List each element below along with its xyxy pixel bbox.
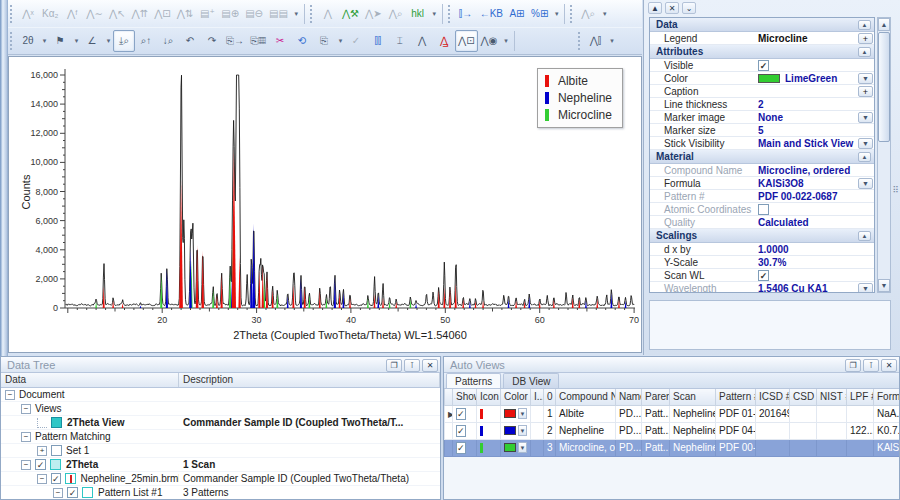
confirm-button[interactable]: ✓ [345, 30, 367, 52]
profile-dropdown[interactable]: ▾ [600, 10, 609, 18]
property-grid-scrollbar[interactable]: ▲ ▼ [877, 17, 891, 293]
axis-scale-dropdown[interactable]: ▾ [104, 37, 113, 45]
panel-menu-button[interactable]: ⌄ [682, 2, 696, 14]
toolbar-grip[interactable] [578, 32, 583, 50]
stick-box-button[interactable]: ⋀⊡ [455, 30, 478, 52]
column-header-row-selector[interactable] [445, 389, 453, 405]
intensity-bars-button[interactable]: ⫿⫿ [367, 30, 389, 52]
search-peaks-button[interactable]: ⋀ [317, 3, 339, 25]
two-theta-dropdown[interactable]: ▾ [40, 37, 49, 45]
color-swatch[interactable] [504, 409, 516, 418]
background-curve-button[interactable]: ⋀⇈ [129, 3, 152, 25]
chart-view-panel[interactable]: 02,0004,0006,0008,00010,00012,00014,0001… [8, 56, 642, 353]
collapse-section-icon[interactable]: ▲ [858, 231, 871, 241]
peak-fill-button[interactable]: ⋀ [411, 30, 433, 52]
merge-displays-button[interactable]: ▤▤ [266, 3, 291, 25]
peak-zoom-button[interactable]: ⋀⌕ [385, 3, 407, 25]
tab-patterns[interactable]: Patterns [446, 373, 501, 388]
color-dropdown-icon[interactable]: ▼ [518, 425, 527, 436]
data-tree-maximize-button[interactable]: ❐ [386, 359, 402, 372]
toolbar-grip[interactable] [310, 5, 315, 23]
property-value[interactable]: KAlSi3O8 [758, 178, 858, 189]
column-header-compound-name[interactable]: Compound Name [556, 389, 616, 405]
color-dropdown-icon[interactable]: ▼ [518, 442, 527, 453]
dropdown-icon[interactable]: ▼ [858, 112, 873, 123]
data-tree-close-button[interactable]: ✕ [422, 359, 438, 372]
show-checkbox[interactable]: ✓ [456, 425, 466, 437]
shift-pattern-button[interactable]: ⫿→ [455, 3, 477, 25]
property-value[interactable]: ✓ [758, 60, 874, 71]
column-header-description[interactable]: Description [179, 373, 440, 387]
section-header-data[interactable]: Data▲ [650, 18, 874, 32]
pattern-tools-dropdown[interactable]: ▾ [552, 10, 561, 18]
scroll-up-icon[interactable]: ▲ [878, 18, 890, 31]
toolbar-grip[interactable] [448, 5, 453, 23]
axis-scale-button[interactable]: ∠ [81, 30, 103, 52]
column-header-show[interactable]: Show [453, 389, 477, 405]
tree-checkbox[interactable]: ✓ [51, 473, 61, 484]
column-header-parent[interactable]: Parent [642, 389, 670, 405]
property-value[interactable]: 1.0000 [758, 244, 874, 255]
pattern-row-3[interactable]: ✓▼3Microcline, ord...PD...Patt...Nepheli… [445, 439, 900, 456]
copy-view-button[interactable]: ⎘→ [223, 30, 247, 52]
column-header-icon[interactable]: Icon [477, 389, 501, 405]
property-value[interactable]: LimeGreen [758, 73, 858, 84]
scan-remove-button[interactable]: ⋀ˣ [17, 3, 39, 25]
hkl-select-button[interactable]: hkl [407, 3, 429, 25]
column-header-i-[interactable]: I... [531, 389, 544, 405]
scroll-thumb[interactable] [878, 32, 890, 142]
column-header-lpf-[interactable]: LPF # [847, 389, 874, 405]
reset-zoom-button[interactable]: ⟲ [291, 30, 313, 52]
toolbar-grip[interactable] [570, 5, 575, 23]
column-header-pattern-[interactable]: Pattern # [716, 389, 756, 405]
collapse-icon[interactable]: − [5, 390, 15, 400]
column-header-form[interactable]: Form [874, 389, 900, 405]
show-checkbox[interactable]: ✓ [456, 408, 466, 420]
background-range-button[interactable]: ⋀⊡ [151, 3, 174, 25]
color-swatch[interactable] [504, 443, 516, 452]
collapse-section-icon[interactable]: ▲ [858, 152, 871, 162]
property-value[interactable]: Microcline [758, 33, 858, 44]
auto-views-pin-button[interactable]: ⊺ [863, 359, 879, 372]
duplicate-view-button[interactable]: ⎘ [313, 30, 335, 52]
tree-row-2theta-view[interactable]: 2Theta ViewCommander Sample ID (Coupled … [1, 416, 440, 430]
peak-select-button[interactable]: ⋀➤ [362, 3, 385, 25]
data-tree-pin-button[interactable]: ⊺ [404, 359, 420, 372]
tree-checkbox[interactable] [51, 445, 62, 456]
property-value[interactable]: Microcline, ordered [758, 165, 874, 176]
stick-eye-button[interactable]: ⋀◉ [478, 30, 501, 52]
collapse-section-icon[interactable]: ▲ [858, 47, 871, 57]
property-value[interactable]: 5 [758, 125, 874, 136]
axis-flag-button[interactable]: ⚑ [49, 30, 71, 52]
dropdown-icon[interactable]: ▼ [858, 73, 873, 84]
property-value[interactable]: None [758, 112, 858, 123]
tree-row-nepheline-25min-brml-1[interactable]: −✓Nepheline_25min.brml #1Commander Sampl… [1, 472, 440, 486]
plus-button[interactable]: + [858, 33, 873, 44]
background-subtract-button[interactable]: ⋀↖ [106, 3, 129, 25]
smooth-button[interactable]: ⋀∼ [83, 3, 106, 25]
column-header-scan[interactable]: Scan [670, 389, 716, 405]
column-header-nist-[interactable]: NIST # [817, 389, 847, 405]
normalize-slider-button[interactable]: ⌶ [389, 30, 411, 52]
collapse-section-icon[interactable]: ▲ [858, 20, 871, 30]
tree-row-document[interactable]: −Document [1, 388, 440, 402]
tree-row-set-1[interactable]: +Set 1 [1, 444, 440, 458]
peak-tools-button[interactable]: ⋀⚒ [339, 3, 362, 25]
zoom-mode-button[interactable]: ⤓⌕ [113, 30, 135, 52]
property-value[interactable] [758, 204, 874, 215]
show-checkbox[interactable]: ✓ [456, 442, 466, 454]
collapse-icon[interactable]: − [21, 460, 31, 470]
fourier-filter-button[interactable]: ⋀ᶠ [61, 3, 83, 25]
section-header-material[interactable]: Material▲ [650, 150, 874, 164]
color-swatch[interactable] [504, 426, 516, 435]
stick-pattern-dropdown[interactable]: ▾ [608, 37, 617, 45]
tree-row-pattern-list-1[interactable]: −✓Pattern List #13 Patterns [1, 486, 440, 500]
toolbar-grip[interactable] [10, 32, 15, 50]
duplicate-dropdown[interactable]: ▾ [336, 37, 345, 45]
ka2-strip-button[interactable]: Kα₂ [39, 3, 61, 25]
dropdown-icon[interactable]: ▼ [858, 283, 873, 294]
plus-button[interactable]: + [858, 86, 873, 97]
collapse-panel-button[interactable]: ▲ [648, 2, 662, 14]
section-header-scalings[interactable]: Scalings▲ [650, 229, 874, 243]
toolbar-grip[interactable] [10, 5, 15, 23]
